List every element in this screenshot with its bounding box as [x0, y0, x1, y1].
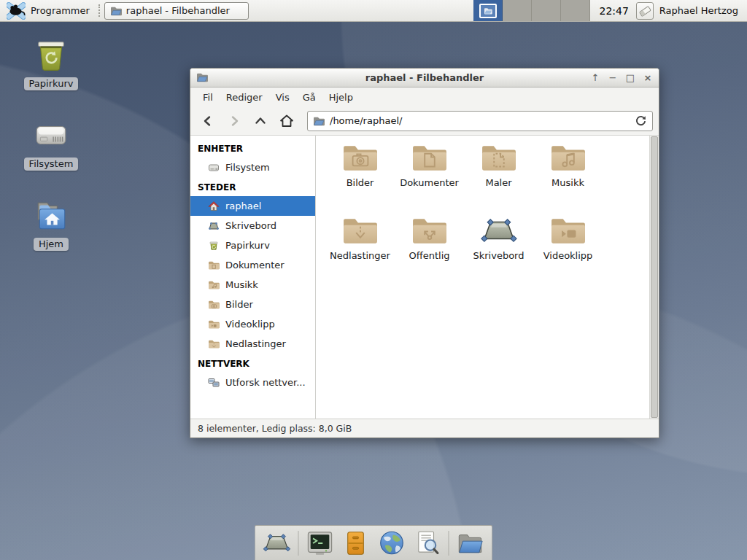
sidebar-header-network: NETTVERK — [190, 354, 315, 373]
folder-templates-icon — [481, 143, 517, 174]
folder-documents-icon — [207, 260, 220, 271]
desktop-icon-home[interactable]: Hjem — [13, 197, 89, 251]
top-panel: Programmer raphael - Filbehandler 22:47 — [0, 0, 747, 22]
folder-music-icon — [207, 279, 220, 291]
sidebar-item-musikk[interactable]: Musikk — [190, 275, 315, 295]
file-dokumenter[interactable]: Dokumenter — [395, 143, 464, 216]
shade-button[interactable]: ↑ — [590, 73, 600, 82]
applications-menu-button[interactable]: Programmer — [0, 0, 96, 21]
drive-icon — [207, 162, 220, 174]
workspace-1[interactable] — [473, 0, 503, 21]
sidebar-item-label: Videoklipp — [225, 319, 275, 330]
minimize-button[interactable]: − — [608, 73, 618, 82]
maximize-button[interactable]: □ — [625, 73, 635, 82]
workspace-3[interactable] — [532, 0, 561, 21]
folder-window-icon — [110, 6, 122, 16]
web-browser-launcher[interactable] — [377, 529, 406, 558]
file-label: Offentlig — [409, 250, 450, 261]
sidebar-item-label: Bilder — [225, 299, 253, 310]
file-maler[interactable]: Maler — [464, 143, 533, 216]
sidebar-item-label: Skrivebord — [225, 220, 276, 231]
back-button[interactable] — [196, 110, 220, 132]
forward-button[interactable] — [222, 110, 246, 132]
launcher-dock — [255, 525, 493, 560]
file-label: Videoklipp — [543, 250, 593, 261]
workspace-4[interactable] — [561, 0, 590, 21]
sidebar-item-bilder[interactable]: Bilder — [190, 295, 315, 314]
sidebar-item-label: Filsystem — [225, 162, 270, 173]
sidebar-item-filsystem[interactable]: Filsystem — [190, 158, 315, 177]
location-bar[interactable]: /home/raphael/ — [307, 111, 653, 131]
menu-ga[interactable]: Gå — [296, 89, 322, 106]
file-label: Maler — [485, 177, 511, 188]
desktop-icon-label: Hjem — [34, 238, 69, 251]
sidebar-header-places: STEDER — [190, 177, 315, 196]
clock: 22:47 — [599, 5, 628, 17]
up-button[interactable] — [249, 110, 272, 132]
file-bilder[interactable]: Bilder — [325, 143, 395, 216]
sidebar-item-dokumenter[interactable]: Dokumenter — [190, 255, 315, 275]
xfce-logo-icon — [7, 2, 26, 20]
sidebar-item-label: Nedlastinger — [225, 338, 286, 349]
folder-public-icon — [411, 216, 448, 246]
window-controls: ↑ − □ × — [590, 69, 653, 87]
file-offentlig[interactable]: Offentlig — [395, 216, 464, 289]
menu-fil[interactable]: Fil — [196, 89, 220, 106]
scrollbar-thumb[interactable] — [651, 136, 658, 418]
menu-vis[interactable]: Vis — [269, 89, 296, 106]
window-folder-icon — [196, 72, 208, 82]
desktop-icon-label: Filsystem — [24, 158, 79, 171]
path-folder-icon — [313, 116, 325, 126]
desktop-plate-icon — [481, 216, 517, 246]
network-icon — [207, 377, 220, 389]
vertical-scrollbar[interactable] — [649, 136, 659, 419]
workspace-2[interactable] — [503, 0, 532, 21]
file-videoklipp[interactable]: Videoklipp — [533, 216, 603, 289]
file-view: Bilder Dokumenter — [316, 136, 659, 419]
sidebar-item-nedlastinger[interactable]: Nedlastinger — [190, 334, 315, 354]
sidebar-item-raphael[interactable]: raphael — [190, 196, 315, 216]
statusbar-text: 8 ielementer, Ledig plass: 8,0 GiB — [198, 423, 352, 434]
close-button[interactable]: × — [643, 73, 653, 82]
logout-eraser-icon — [638, 4, 652, 18]
folder-launcher[interactable] — [456, 529, 485, 558]
session-action-button[interactable] — [636, 2, 654, 20]
statusbar: 8 ielementer, Ledig plass: 8,0 GiB — [190, 419, 659, 438]
file-musikk[interactable]: Musikk — [533, 143, 603, 216]
sidebar-item-label: Papirkurv — [225, 240, 270, 251]
home-button[interactable] — [275, 110, 298, 132]
trash-icon — [207, 240, 220, 252]
folder-downloads-icon — [207, 338, 220, 350]
desktop-icon — [207, 220, 220, 232]
workspace-pager — [473, 0, 590, 21]
menu-hjelp[interactable]: Hjelp — [322, 89, 360, 106]
sidebar-item-network[interactable]: Utforsk nettver... — [190, 373, 315, 392]
reload-icon[interactable] — [635, 114, 647, 127]
sidebar-item-videoklipp[interactable]: Videoklipp — [190, 314, 315, 334]
window-title: raphael - Filbehandler — [365, 72, 484, 83]
folder-videos-icon — [207, 319, 220, 330]
titlebar[interactable]: raphael - Filbehandler ↑ − □ × — [190, 69, 659, 88]
sidebar-item-papirkurv[interactable]: Papirkurv — [190, 236, 315, 255]
file-skrivebord[interactable]: Skrivebord — [464, 216, 533, 289]
taskbar-window-label: raphael - Filbehandler — [126, 5, 230, 16]
toolbar: /home/raphael/ — [190, 106, 659, 136]
menu-rediger[interactable]: Rediger — [220, 89, 269, 106]
user-name[interactable]: Raphael Hertzog — [659, 5, 738, 16]
menubar: Fil Rediger Vis Gå Hjelp — [190, 88, 659, 106]
pager-window-thumbnail — [479, 4, 497, 18]
path-input[interactable]: /home/raphael/ — [330, 115, 630, 126]
taskbar-window-button[interactable]: raphael - Filbehandler — [104, 2, 249, 20]
file-nedlastinger[interactable]: Nedlastinger — [325, 216, 395, 289]
file-label: Bilder — [347, 177, 374, 188]
file-cabinet-launcher[interactable] — [341, 529, 371, 558]
file-label: Dokumenter — [400, 177, 459, 188]
terminal-launcher[interactable] — [306, 529, 335, 558]
sidebar-item-skrivebord[interactable]: Skrivebord — [190, 216, 315, 236]
sidebar-item-label: Utforsk nettver... — [225, 377, 306, 388]
show-desktop-button[interactable] — [263, 529, 292, 558]
window-content: ENHETER Filsystem STEDER — [190, 136, 659, 419]
desktop-icon-filesystem[interactable]: Filsystem — [13, 117, 89, 171]
desktop-icon-trash[interactable]: Papirkurv — [13, 36, 89, 90]
search-files-launcher[interactable] — [413, 529, 442, 558]
